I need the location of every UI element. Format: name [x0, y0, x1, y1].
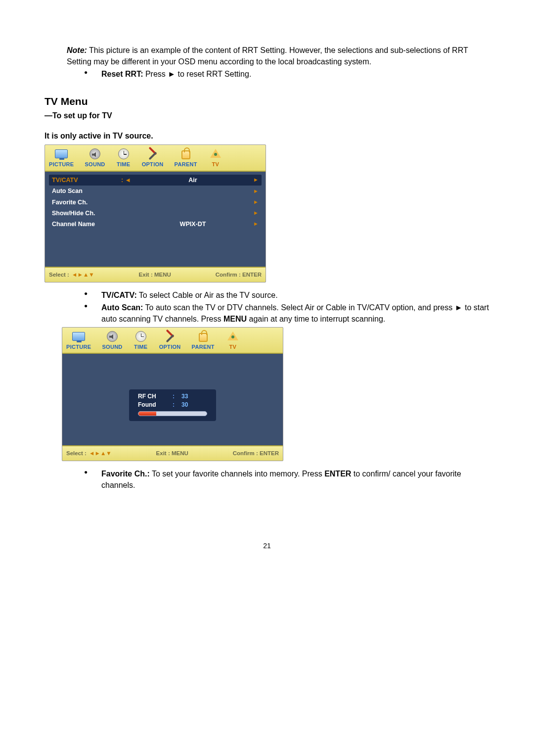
tvcatv-text: To select Cable or Air as the TV source. [137, 291, 278, 299]
tab-option-label: OPTION [142, 161, 164, 169]
tab-option-label-2: OPTION [159, 343, 181, 351]
tab-sound-label-2: SOUND [102, 343, 122, 351]
footer-confirm: Confirm : ENTER [216, 271, 262, 279]
scan-found-row: Found : 30 [138, 401, 207, 409]
scan-found-value: 30 [181, 401, 201, 409]
parent-icon [178, 148, 193, 160]
progress-fill [138, 412, 156, 416]
scan-rfch-row: RF CH : 33 [138, 392, 207, 401]
autoscan-text-2: again at any time to interrupt scanning. [247, 315, 385, 323]
arrow-icons: ◄►▲▼ [88, 450, 112, 456]
tvcatv-label: TV/CATV: [101, 291, 137, 299]
tab-picture-2[interactable]: PICTURE [66, 331, 91, 351]
tab-picture-label-2: PICTURE [66, 343, 91, 351]
section-subtitle: —To set up for TV [44, 110, 490, 121]
osd-tv-menu: PICTURE SOUND TIME OPTION PARENT TV TV/C… [44, 144, 266, 283]
osd-row-label: Auto Scan [52, 187, 116, 195]
footer-select-label-2: Select : [66, 450, 87, 456]
tv-icon [225, 331, 240, 342]
progress-bar [138, 411, 207, 416]
tab-option-2[interactable]: OPTION [159, 331, 181, 351]
colon-icon: : [173, 401, 181, 409]
note-text: This picture is an example of the conten… [67, 46, 468, 66]
tab-sound-2[interactable]: SOUND [102, 331, 122, 351]
picture-icon [71, 331, 86, 342]
osd-row[interactable]: Favorite Ch.► [49, 197, 262, 208]
time-icon [116, 148, 131, 160]
tab-parent-2[interactable]: PARENT [192, 331, 215, 351]
osd-header-2: PICTURE SOUND TIME OPTION PARENT TV [62, 328, 283, 354]
tab-picture[interactable]: PICTURE [49, 148, 74, 169]
osd-row-label: Favorite Ch. [52, 198, 116, 207]
chevron-right-icon: ► [250, 188, 259, 195]
osd-row[interactable]: Show/Hide Ch.► [49, 208, 262, 219]
tab-time-label: TIME [117, 161, 130, 169]
osd-body: TV/CATV: ◄Air►Auto Scan►Favorite Ch.►Sho… [45, 172, 266, 267]
chevron-right-icon: ► [250, 220, 259, 228]
active-note: It is only active in TV source. [44, 130, 490, 142]
parent-icon [196, 331, 211, 342]
note-paragraph: Note: This picture is an example of the … [67, 45, 490, 67]
scan-body: RF CH : 33 Found : 30 [62, 354, 283, 445]
autoscan-item: Auto Scan: To auto scan the TV or DTV ch… [84, 302, 490, 325]
chevron-right-icon: ► [250, 209, 259, 217]
tab-parent-label-2: PARENT [192, 343, 215, 351]
osd-autoscan: PICTURE SOUND TIME OPTION PARENT TV RF C… [62, 327, 283, 462]
sound-icon [88, 148, 102, 160]
tab-tv-2[interactable]: TV [225, 331, 240, 351]
favorite-ch-label: Favorite Ch.: [101, 470, 150, 478]
reset-rrt-item: Reset RRT: Press ► to reset RRT Setting. [84, 68, 490, 80]
tab-parent[interactable]: PARENT [175, 148, 197, 169]
osd-row-label: Channel Name [52, 220, 116, 229]
picture-icon [54, 148, 69, 160]
scan-box: RF CH : 33 Found : 30 [129, 389, 216, 422]
osd-header: PICTURE SOUND TIME OPTION PARENT TV [45, 145, 266, 172]
chevron-right-icon: ► [250, 176, 259, 184]
osd-footer-2: Select : ◄►▲▼ Exit : MENU Confirm : ENTE… [62, 445, 283, 461]
favorite-ch-item: Favorite Ch.: To set your favorite chann… [84, 468, 490, 491]
footer-select-label: Select : [49, 272, 69, 278]
option-icon [163, 331, 178, 342]
osd-row[interactable]: Channel NameWPIX-DT► [49, 219, 262, 230]
chevron-right-icon: ► [250, 198, 259, 206]
footer-exit: Exit : MENU [139, 271, 171, 279]
osd-footer: Select : ◄►▲▼ Exit : MENU Confirm : ENTE… [45, 267, 266, 282]
osd-row-value: WPIX-DT [136, 220, 250, 229]
arrow-icons: ◄►▲▼ [70, 272, 94, 278]
footer-exit-2: Exit : MENU [156, 449, 188, 458]
osd-row-label: TV/CATV [52, 176, 116, 185]
osd-row-label: Show/Hide Ch. [52, 209, 116, 218]
scan-found-label: Found [138, 401, 173, 409]
scan-rfch-value: 33 [181, 392, 201, 401]
footer-select-2: Select : ◄►▲▼ [66, 449, 112, 458]
note-label: Note: [67, 46, 87, 54]
osd-row-value: Air [136, 176, 250, 185]
footer-select: Select : ◄►▲▼ [49, 271, 94, 279]
tab-sound[interactable]: SOUND [85, 148, 105, 169]
section-title: TV Menu [44, 94, 490, 109]
tab-option[interactable]: OPTION [142, 148, 164, 169]
tab-tv[interactable]: TV [208, 148, 223, 169]
osd-row[interactable]: TV/CATV: ◄Air► [49, 175, 262, 186]
tvcatv-item: TV/CATV: To select Cable or Air as the T… [84, 289, 490, 301]
tab-time[interactable]: TIME [116, 148, 131, 169]
option-icon [145, 148, 160, 160]
favorite-ch-enter: ENTER [324, 470, 351, 478]
tab-time-2[interactable]: TIME [134, 331, 148, 351]
time-icon [134, 331, 148, 342]
tab-tv-label-2: TV [229, 343, 236, 351]
favorite-ch-text-a: To set your favorite channels into memor… [150, 470, 324, 478]
tab-sound-label: SOUND [85, 161, 105, 169]
reset-rrt-text: Press ► to reset RRT Setting. [143, 70, 251, 78]
autoscan-menu-strong: MENU [223, 315, 247, 323]
scan-rfch-label: RF CH [138, 392, 173, 401]
tab-parent-label: PARENT [175, 161, 197, 169]
sound-icon [105, 331, 120, 342]
tab-time-label-2: TIME [134, 343, 147, 351]
tv-icon [208, 148, 223, 160]
tab-picture-label: PICTURE [49, 161, 74, 169]
autoscan-label: Auto Scan: [101, 303, 143, 312]
colon-icon: : [173, 392, 181, 401]
osd-row[interactable]: Auto Scan► [49, 186, 262, 196]
tab-tv-label: TV [212, 161, 219, 169]
